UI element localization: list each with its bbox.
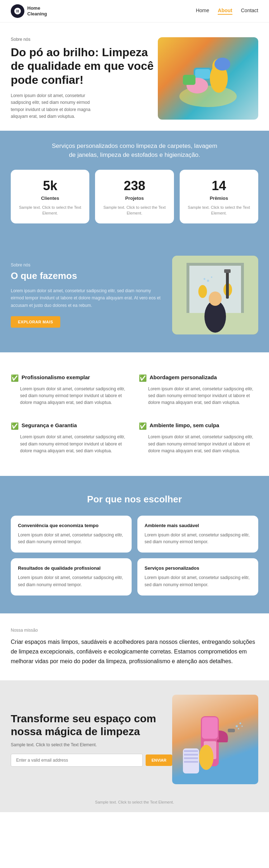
- why-card-0: Conveniência que economiza tempo Lorem i…: [11, 516, 132, 553]
- svg-rect-37: [184, 757, 198, 759]
- why-card-2: Resultados de qualidade profissional Lor…: [11, 558, 132, 595]
- stat-card-clients: 5k Clientes Sample text. Click to select…: [11, 170, 89, 223]
- about-sobre-label: Sobre nós: [11, 262, 161, 267]
- hero-heading: Do pó ao brilho: Limpeza de qualidade em…: [11, 45, 158, 87]
- svg-point-30: [241, 725, 243, 727]
- navbar: Home Cleaning Home About Contact: [0, 0, 269, 23]
- feature-heading-1: Abordagem personalizada: [150, 374, 217, 381]
- explore-button[interactable]: EXPLORAR MAIS: [11, 316, 60, 328]
- why-grid: Conveniência que economiza tempo Lorem i…: [11, 516, 258, 595]
- about-description: Lorem ipsum dolor sit amet, consetetur s…: [11, 287, 161, 309]
- svg-point-27: [236, 725, 238, 727]
- check-icon-1: ✅: [139, 374, 147, 382]
- cta-form: ENVIAR: [11, 754, 172, 767]
- mission-label: Nossa missão: [11, 628, 258, 633]
- why-card-desc-0: Lorem ipsum dolor sit amet, consetetur s…: [18, 532, 124, 545]
- nav-about[interactable]: About: [218, 8, 232, 15]
- cta-submit-button[interactable]: ENVIAR: [146, 754, 172, 766]
- svg-rect-13: [241, 263, 244, 313]
- about-text: Sobre nós O que fazemos Lorem ipsum dolo…: [11, 262, 161, 328]
- cta-image: [172, 695, 258, 784]
- feature-title-1: ✅ Abordagem personalizada: [139, 374, 258, 382]
- stat-label-awards: Prêmios: [187, 196, 251, 201]
- hero-image: [158, 37, 258, 120]
- cta-image-placeholder: [172, 695, 258, 784]
- feature-heading-3: Ambiente limpo, sem culpa: [150, 422, 219, 429]
- why-card-title-2: Resultados de qualidade profissional: [18, 565, 124, 571]
- svg-rect-8: [183, 75, 195, 85]
- about-section: Sobre nós O que fazemos Lorem ipsum dolo…: [0, 238, 269, 352]
- svg-rect-36: [184, 754, 198, 756]
- feature-heading-2: Segurança e Garantia: [22, 422, 77, 429]
- svg-rect-19: [224, 269, 231, 273]
- logo: Home Cleaning: [11, 4, 47, 18]
- stats-cards: 5k Clientes Sample text. Click to select…: [11, 170, 258, 223]
- email-input[interactable]: [11, 754, 143, 767]
- svg-rect-38: [184, 761, 198, 763]
- why-card-3: Serviços personalizados Lorem ipsum dolo…: [137, 558, 258, 595]
- feature-title-0: ✅ Profissionalismo exemplar: [11, 374, 130, 382]
- feature-item-0: ✅ Profissionalismo exemplar Lorem ipsum …: [11, 370, 130, 410]
- mission-section: Nossa missão Criar espaços mais limpos, …: [0, 613, 269, 681]
- check-icon-3: ✅: [139, 422, 147, 430]
- svg-rect-18: [226, 270, 229, 299]
- features-grid: ✅ Profissionalismo exemplar Lorem ipsum …: [11, 370, 258, 458]
- stat-card-projects: 238 Projetos Sample text. Click to selec…: [95, 170, 174, 223]
- svg-point-33: [199, 745, 213, 770]
- why-card-title-1: Ambiente mais saudável: [145, 523, 251, 528]
- stats-tagline: Serviços personalizados como limpeza de …: [48, 141, 221, 160]
- cta-heading: Transforme seu espaço com nossa mágica d…: [11, 712, 172, 738]
- nav-links: Home About Contact: [196, 8, 258, 15]
- svg-rect-2: [195, 69, 210, 79]
- feature-desc-3: Lorem ipsum dolor sit amet, consetetur s…: [139, 434, 258, 454]
- stat-desc-clients: Sample text. Click to select the Text El…: [18, 204, 82, 216]
- stat-label-clients: Clientes: [18, 196, 82, 201]
- cta-footer-text: Sample text. Click to select the Text El…: [95, 800, 174, 804]
- nav-home[interactable]: Home: [196, 8, 209, 15]
- features-section: ✅ Profissionalismo exemplar Lorem ipsum …: [0, 352, 269, 476]
- feature-heading-0: Profissionalismo exemplar: [22, 374, 90, 381]
- svg-point-15: [209, 291, 222, 306]
- svg-point-29: [238, 728, 239, 729]
- cta-section: Transforme seu espaço com nossa mágica d…: [0, 680, 269, 795]
- feature-item-1: ✅ Abordagem personalizada Lorem ipsum do…: [139, 370, 258, 410]
- feature-desc-1: Lorem ipsum dolor sit amet, consetetur s…: [139, 386, 258, 406]
- svg-rect-24: [202, 717, 218, 739]
- svg-rect-12: [187, 263, 189, 313]
- svg-point-7: [214, 58, 230, 71]
- about-heading: O que fazemos: [11, 270, 161, 281]
- why-section: Por que nos escolher Conveniência que ec…: [0, 476, 269, 613]
- svg-rect-35: [184, 750, 198, 752]
- hero-image-placeholder: [158, 37, 258, 120]
- logo-icon: [11, 4, 24, 18]
- feature-item-2: ✅ Segurança e Garantia Lorem ipsum dolor…: [11, 418, 130, 458]
- about-image-placeholder: [172, 256, 258, 334]
- svg-rect-26: [228, 729, 235, 732]
- cta-text: Transforme seu espaço com nossa mágica d…: [11, 712, 172, 767]
- feature-title-2: ✅ Segurança e Garantia: [11, 422, 130, 430]
- feature-item-3: ✅ Ambiente limpo, sem culpa Lorem ipsum …: [139, 418, 258, 458]
- why-heading: Por que nos escolher: [11, 494, 258, 505]
- logo-text: Home Cleaning: [27, 5, 47, 16]
- hero-description: Lorem ipsum dolor sit amet, consetetur s…: [11, 92, 104, 120]
- svg-point-28: [240, 723, 241, 724]
- why-card-desc-2: Lorem ipsum dolor sit amet, consetetur s…: [18, 574, 124, 588]
- feature-title-3: ✅ Ambiente limpo, sem culpa: [139, 422, 258, 430]
- hero-section: Sobre nós Do pó ao brilho: Limpeza de qu…: [0, 23, 269, 131]
- nav-contact[interactable]: Contact: [241, 8, 258, 15]
- hero-sobre-label: Sobre nós: [11, 37, 158, 42]
- why-card-desc-1: Lorem ipsum dolor sit amet, consetetur s…: [145, 532, 251, 545]
- stat-card-awards: 14 Prêmios Sample text. Click to select …: [180, 170, 258, 223]
- stat-num-awards: 14: [187, 178, 251, 193]
- check-icon-0: ✅: [11, 374, 19, 382]
- svg-point-21: [211, 276, 212, 278]
- check-icon-2: ✅: [11, 422, 19, 430]
- why-card-1: Ambiente mais saudável Lorem ipsum dolor…: [137, 516, 258, 553]
- svg-point-20: [207, 280, 209, 282]
- stat-num-projects: 238: [102, 178, 166, 193]
- stat-desc-awards: Sample text. Click to select the Text El…: [187, 204, 251, 216]
- svg-point-22: [204, 278, 206, 280]
- about-image: [172, 256, 258, 334]
- stat-num-clients: 5k: [18, 178, 82, 193]
- mission-text: Criar espaços mais limpos, saudáveis e a…: [11, 637, 258, 666]
